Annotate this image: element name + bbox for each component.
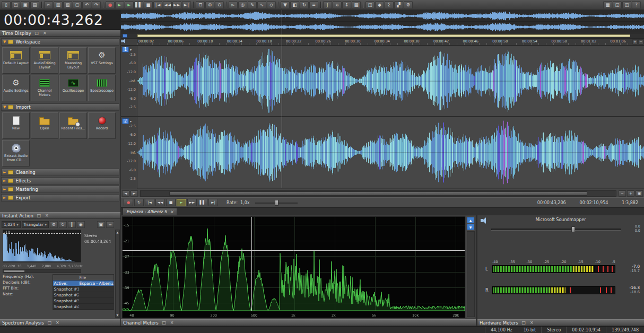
horizontal-scrollbar[interactable]: [140, 190, 616, 197]
tile-recent-files[interactable]: Recent Files...: [59, 112, 87, 139]
meter-scroll-down-icon[interactable]: ▼: [467, 224, 474, 230]
normalize-icon[interactable]: ↕: [342, 1, 351, 9]
window-type-select[interactable]: Triangular▾: [22, 221, 49, 228]
loop-region-icon[interactable]: ↻: [300, 1, 309, 9]
process-icon[interactable]: ≋: [333, 1, 342, 9]
loop-region-bar[interactable]: [137, 34, 630, 37]
region-icon[interactable]: ◧: [290, 1, 299, 9]
go-to-end-icon[interactable]: ►|: [182, 1, 191, 9]
stop-button[interactable]: ■: [166, 199, 176, 206]
copy-icon[interactable]: ▥: [54, 1, 63, 9]
channel-menu-arrow-icon[interactable]: ▾: [130, 48, 132, 51]
eq-icon[interactable]: ▦: [352, 1, 361, 9]
output-gain-slider[interactable]: [491, 226, 621, 232]
panel-float-icon[interactable]: □: [47, 320, 52, 325]
marker-icon[interactable]: ▼: [281, 1, 290, 9]
channel-2-waveform[interactable]: [137, 117, 644, 188]
tile-vst-settings[interactable]: ⚙VST Settings: [88, 47, 116, 74]
pause-icon[interactable]: ▌▌: [134, 1, 143, 9]
selection-tool-icon[interactable]: [123, 34, 127, 38]
plugin-chain-icon[interactable]: ◆: [375, 1, 384, 9]
go-to-end-button[interactable]: ►|: [208, 199, 218, 206]
play-all-button[interactable]: ►►: [187, 199, 197, 206]
tab-close-icon[interactable]: ×: [170, 209, 173, 214]
table-row-snapshot-2[interactable]: Snapshot #2:: [53, 292, 114, 298]
tile-oscilloscope[interactable]: ∿Oscilloscope: [59, 75, 87, 101]
table-row-active[interactable]: Active:Esparza - Albeniz: [53, 281, 114, 286]
play-all-icon[interactable]: ►: [115, 1, 124, 9]
section-header-export[interactable]: ►Export: [1, 194, 119, 201]
zoom-fit-icon[interactable]: ▣: [636, 190, 643, 197]
panel-close-icon[interactable]: ×: [170, 320, 175, 325]
snap-icon[interactable]: ≡: [309, 1, 318, 9]
panel-float-icon[interactable]: □: [34, 31, 39, 36]
panel-close-icon[interactable]: ×: [42, 31, 47, 36]
pause-button[interactable]: ▌▌: [198, 199, 207, 206]
table-row-snapshot-1[interactable]: Snapshot #1:: [53, 286, 114, 292]
spectrum-mini-graph[interactable]: [3, 230, 81, 262]
pencil-tool-icon[interactable]: ✎: [248, 1, 257, 9]
go-to-start-icon[interactable]: |◄: [153, 1, 162, 9]
paste-icon[interactable]: ▧: [63, 1, 72, 9]
tile-audio-settings[interactable]: ⚙Audio Settings: [2, 75, 30, 101]
open-file-icon[interactable]: ◳: [11, 1, 20, 9]
section-header-effects[interactable]: ►Effects: [1, 177, 119, 185]
tile-extract-audio-from-cd[interactable]: Extract Audio from CD...: [2, 140, 30, 167]
fft-size-select[interactable]: 1,024▾: [2, 221, 21, 228]
undo-icon[interactable]: ↶: [82, 1, 91, 9]
event-tool-icon[interactable]: ◇: [267, 1, 276, 9]
settings-gear-icon[interactable]: ⚙: [50, 221, 58, 228]
pin-icon[interactable]: ▣: [97, 221, 105, 228]
meter-bar[interactable]: [492, 286, 615, 294]
scroll-right-icon[interactable]: ►: [130, 190, 138, 197]
section-header-cleaning[interactable]: ►Cleaning: [1, 169, 119, 176]
channel-menu-arrow-icon[interactable]: ▾: [130, 119, 132, 123]
tile-new[interactable]: New: [2, 112, 30, 139]
record-button[interactable]: ●: [124, 199, 133, 206]
docking-icon[interactable]: ◫: [622, 1, 631, 9]
section-header-mastering[interactable]: ►Mastering: [1, 186, 119, 193]
rate-slider[interactable]: [255, 200, 298, 206]
overview-waveform[interactable]: [121, 10, 644, 33]
play-icon[interactable]: ►: [125, 1, 134, 9]
tile-record[interactable]: Record: [88, 112, 116, 139]
cut-icon[interactable]: ✂: [44, 1, 53, 9]
panel-close-icon[interactable]: ×: [45, 213, 49, 218]
tile-open[interactable]: Open: [31, 112, 58, 139]
refresh-icon[interactable]: ↻: [59, 221, 67, 228]
spectrum-scrollbar[interactable]: [3, 269, 81, 273]
mixer-icon[interactable]: ◫: [365, 1, 375, 9]
envelope-tool-icon[interactable]: ∿: [257, 1, 266, 9]
ruler-zoom-out-icon[interactable]: −: [638, 39, 643, 45]
channel-meters-graph[interactable]: -15-21-27-33-39-4540902005001k2k5k10k20k: [122, 216, 465, 318]
menu-icon[interactable]: ≡: [106, 221, 114, 228]
scroll-left-icon[interactable]: ◄: [122, 190, 129, 197]
panel-close-icon[interactable]: ×: [55, 320, 60, 325]
meter-bar[interactable]: [492, 265, 615, 273]
section-header-import[interactable]: ▼Import: [1, 103, 119, 111]
effects-icon[interactable]: ƒ: [323, 1, 332, 9]
record-icon[interactable]: ●: [106, 1, 115, 9]
help-icon[interactable]: ?: [632, 1, 641, 9]
section-header-workspace[interactable]: ▼Workspace: [1, 38, 119, 46]
loop-playback-button[interactable]: ↻: [134, 199, 144, 206]
gain-slider-thumb[interactable]: [571, 226, 575, 232]
workspace-icon[interactable]: ▩: [603, 1, 612, 9]
zoom-in-icon[interactable]: +: [627, 190, 634, 197]
panel-float-icon[interactable]: □: [162, 320, 167, 325]
zoom-out-icon[interactable]: ⊖: [215, 1, 224, 9]
ruler-zoom-in-icon[interactable]: +: [632, 39, 638, 45]
table-row-snapshot-4[interactable]: Snapshot #4:: [53, 304, 114, 310]
time-ruler[interactable]: 00:00:0200:00:0600:00:1000:00:1400:00:18…: [121, 39, 644, 46]
tile-mastering-layout[interactable]: Mastering Layout: [59, 47, 87, 74]
table-row-snapshot-3[interactable]: Snapshot #3:: [53, 298, 114, 304]
channel-1-waveform[interactable]: [137, 46, 644, 116]
scroll-down-icon[interactable]: ▼: [117, 313, 119, 317]
edit-tool-icon[interactable]: ▻: [229, 1, 238, 9]
panel-float-icon[interactable]: □: [521, 320, 526, 325]
panel-float-icon[interactable]: □: [37, 213, 41, 218]
tile-audioediting-layout[interactable]: AudioEditing Layout: [31, 47, 58, 74]
layout-restore-icon[interactable]: ◱: [613, 1, 622, 9]
spectrum-icon[interactable]: ▞: [394, 1, 403, 9]
channel-1-badge[interactable]: 1: [122, 47, 129, 52]
